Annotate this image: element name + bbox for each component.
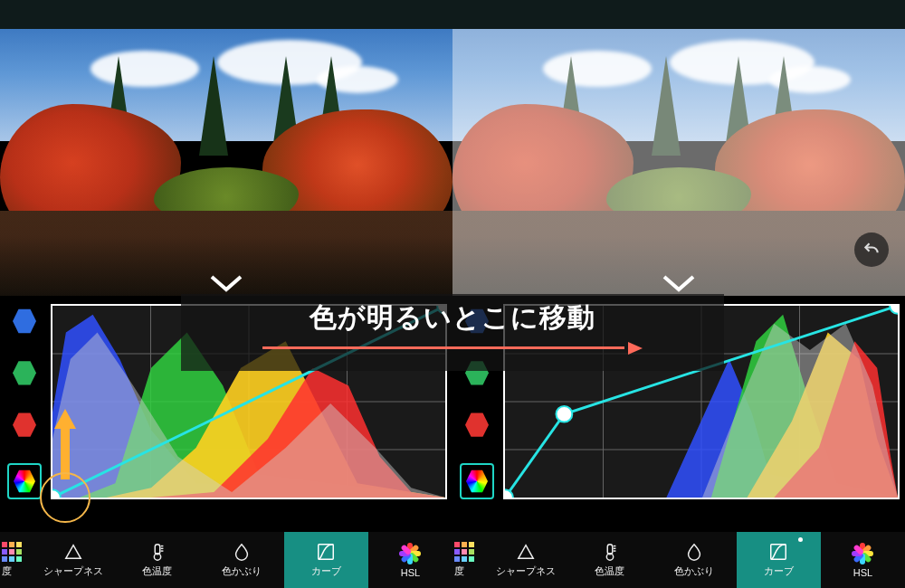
tool-curves[interactable]: カーブ: [737, 532, 821, 588]
annotation-text: 色が明るいとこに移動: [310, 299, 595, 337]
channel-column: [5, 304, 43, 503]
annotation-arrow-up: [54, 409, 76, 479]
bottom-toolbar: 度 シャープネス 色温度 色かぶり カーブ: [0, 532, 905, 588]
annotation-arrow-right: [262, 342, 643, 353]
tool-tint[interactable]: 色かぶり: [652, 532, 736, 588]
curves-icon: [768, 542, 788, 562]
tool-saturation[interactable]: 度: [0, 532, 31, 588]
annotation-ring: [40, 472, 90, 523]
undo-button[interactable]: [854, 232, 889, 267]
tool-label: HSL: [853, 567, 872, 578]
thermometer-icon: [600, 542, 620, 562]
thermometer-icon: [148, 542, 167, 562]
flower-icon: [852, 543, 873, 564]
undo-icon: [862, 241, 881, 259]
triangle-icon: [516, 542, 536, 562]
curve-point-shadow[interactable]: [505, 489, 513, 498]
tool-curves[interactable]: カーブ: [284, 532, 368, 588]
tool-label: 度: [454, 564, 464, 578]
tool-label: 度: [2, 564, 12, 578]
droplet-icon: [232, 542, 252, 562]
tool-label: シャープネス: [43, 564, 103, 578]
channel-green[interactable]: [13, 359, 36, 386]
curves-icon: [316, 542, 336, 562]
collapse-chevron-left[interactable]: [206, 270, 246, 297]
droplet-icon: [684, 542, 704, 562]
toolbar-left: 度 シャープネス 色温度 色かぶり カーブ: [0, 532, 452, 588]
autumn-scene: [0, 29, 452, 296]
tool-label: 色かぶり: [674, 564, 714, 578]
tool-label: カーブ: [311, 564, 341, 578]
curve-point-mid[interactable]: [556, 406, 572, 422]
preview-image-before[interactable]: [0, 29, 452, 296]
channel-red[interactable]: [13, 412, 36, 439]
tool-label: カーブ: [764, 564, 794, 578]
tool-label: 色温度: [142, 564, 172, 578]
grid-color-icon: [2, 542, 22, 562]
autumn-scene-bright: [452, 29, 905, 296]
preview-image-after[interactable]: [452, 29, 905, 296]
tool-label: シャープネス: [496, 564, 556, 578]
channel-rgb-selected[interactable]: [7, 463, 42, 499]
status-bar: [0, 0, 905, 29]
channel-rgb-selected[interactable]: [460, 463, 494, 499]
tool-label: 色温度: [595, 564, 624, 578]
modified-dot-icon: [798, 537, 803, 542]
svg-rect-12: [155, 545, 160, 555]
tool-label: 色かぶり: [222, 564, 262, 578]
toolbar-right: 度 シャープネス 色温度 色かぶり カーブ: [452, 532, 905, 588]
tool-label: HSL: [401, 567, 420, 578]
collapse-chevron-right[interactable]: [659, 270, 699, 297]
photo-editor-curves-tutorial: 色が明るいとこに移動 度 シャープネス 色温度 色かぶり: [0, 0, 905, 588]
tool-temperature[interactable]: 色温度: [115, 532, 199, 588]
svg-rect-18: [607, 545, 613, 555]
tool-sharpness[interactable]: シャープネス: [31, 532, 115, 588]
channel-red[interactable]: [465, 412, 489, 439]
tool-sharpness[interactable]: シャープネス: [483, 532, 567, 588]
annotation-callout: 色が明るいとこに移動: [181, 294, 724, 371]
tool-temperature[interactable]: 色温度: [567, 532, 652, 588]
tool-saturation[interactable]: 度: [452, 532, 483, 588]
triangle-icon: [63, 542, 83, 562]
tool-hsl[interactable]: HSL: [821, 532, 905, 588]
grid-color-icon: [454, 542, 474, 562]
curve-point-highlight[interactable]: [890, 306, 898, 314]
flower-icon: [399, 543, 421, 564]
tool-hsl[interactable]: HSL: [368, 532, 452, 588]
channel-blue[interactable]: [13, 308, 36, 335]
tool-tint[interactable]: 色かぶり: [199, 532, 283, 588]
